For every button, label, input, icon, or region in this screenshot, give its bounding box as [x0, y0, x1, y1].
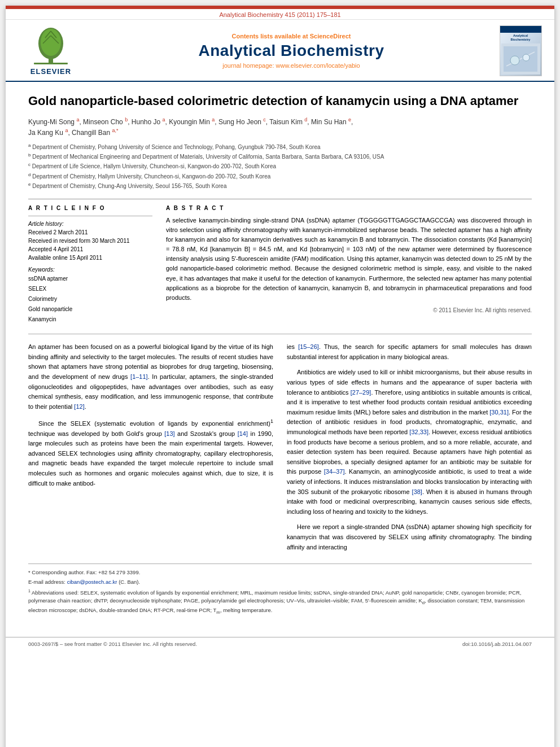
- keyword-4: Gold nanoparticle: [28, 304, 152, 314]
- journal-thumb: AnalyticalBiochemistry: [498, 25, 543, 76]
- thumb-header-bar: [500, 26, 541, 33]
- affiliations: a Department of Chemistry, Pohang Univer…: [28, 142, 532, 191]
- thumb-title-text: AnalyticalBiochemistry: [500, 33, 541, 42]
- abstract-column: A B S T R A C T A selective kanamycin-bi…: [166, 205, 532, 325]
- keyword-2: SELEX: [28, 284, 152, 294]
- footnote-corresponding: * Corresponding author. Fax: +82 54 279 …: [28, 569, 532, 576]
- affiliation-c: Department of Life Science, Hallym Unive…: [32, 164, 276, 170]
- keyword-3: Colorimetry: [28, 294, 152, 304]
- ref-27-29: [27–29]: [351, 389, 371, 396]
- received-revised-date: Received in revised form 30 March 2011: [28, 237, 152, 245]
- ref-15-26: [15–26]: [298, 343, 319, 350]
- article-info-column: A R T I C L E I N F O Article history: R…: [28, 205, 152, 325]
- body-para-4: Antibiotics are widely used to kill or i…: [287, 368, 532, 517]
- article-title: Gold nanoparticle-based colorimetric det…: [28, 93, 532, 110]
- history-label: Article history:: [28, 221, 152, 227]
- footnote-section: * Corresponding author. Fax: +82 54 279 …: [28, 563, 532, 615]
- affiliation-b: Department of Mechanical Engineering and…: [32, 154, 384, 160]
- affiliation-a: Department of Chemistry, Pohang Universi…: [32, 144, 320, 150]
- accepted-date: Accepted 4 April 2011: [28, 245, 152, 254]
- article-info-heading: A R T I C L E I N F O: [28, 205, 152, 211]
- body-two-columns: An aptamer has been focused on as a powe…: [28, 342, 532, 558]
- body-para-2: Since the SELEX (systematic evolution of…: [28, 417, 273, 488]
- body-left-column: An aptamer has been focused on as a powe…: [28, 342, 273, 558]
- journal-homepage: journal homepage: www.elsevier.com/locat…: [85, 62, 498, 69]
- info-abstract-section: A R T I C L E I N F O Article history: R…: [28, 199, 532, 325]
- email-link[interactable]: ciban@postech.ac.kr: [67, 579, 117, 585]
- elsevier-label: ELSEVIER: [30, 67, 71, 76]
- ref-38: [38]: [412, 488, 422, 495]
- keywords-list: ssDNA aptamer SELEX Colorimetry Gold nan…: [28, 274, 152, 325]
- abstract-text: A selective kanamycin-binding single-str…: [166, 216, 532, 302]
- elsevier-tree-icon: [28, 27, 73, 66]
- contents-label: Contents lists available at: [232, 33, 308, 40]
- footnote-abbreviations: 1 Abbreviations used: SELEX, systematic …: [28, 588, 532, 616]
- body-section: An aptamer has been focused on as a powe…: [28, 334, 532, 615]
- sciencedirect-link: Contents lists available at ScienceDirec…: [85, 33, 498, 40]
- homepage-label: journal homepage:: [222, 62, 275, 69]
- header-area: ELSEVIER Contents lists available at Sci…: [6, 20, 554, 82]
- affiliation-d: Department of Chemistry, Hallym Universi…: [32, 173, 270, 180]
- svg-point-10: [510, 56, 519, 65]
- ref-13: [13]: [164, 430, 174, 437]
- journal-header-center: Contents lists available at ScienceDirec…: [85, 33, 498, 69]
- received-date: Received 2 March 2011: [28, 228, 152, 237]
- copyright-line: © 2011 Elsevier Inc. All rights reserved…: [166, 307, 532, 313]
- ref-12: [12]: [74, 403, 84, 410]
- page: Analytical Biochemistry 415 (2011) 175–1…: [6, 6, 554, 747]
- journal-cover-thumb: AnalyticalBiochemistry: [500, 25, 542, 76]
- body-para-5: Here we report a single-stranded DNA (ss…: [287, 522, 532, 552]
- ref-34-37: [34–37]: [324, 468, 345, 475]
- svg-rect-7: [34, 63, 68, 64]
- ref-30-31: [30,31]: [489, 409, 509, 416]
- issn-text: 0003-2697/$ – see front matter © 2011 El…: [28, 641, 197, 647]
- authors-line: Kyung-Mi Song a, Minseon Cho b, Hunho Jo…: [28, 116, 532, 138]
- homepage-url[interactable]: www.elsevier.com/locate/yabio: [276, 62, 360, 69]
- affiliation-e: Department of Chemistry, Chung-Ang Unive…: [32, 183, 226, 189]
- citation-text: Analytical Biochemistry 415 (2011) 175–1…: [219, 11, 340, 18]
- bottom-banner: 0003-2697/$ – see front matter © 2011 El…: [6, 637, 554, 650]
- abstract-heading: A B S T R A C T: [166, 205, 532, 211]
- ref-32-33: [32,33]: [409, 429, 428, 435]
- ref-1-11: [1–11]: [130, 373, 148, 380]
- journal-title: Analytical Biochemistry: [85, 42, 498, 60]
- keyword-5: Kanamycin: [28, 314, 152, 325]
- body-para-3: ies [15–26]. Thus, the search for specif…: [287, 342, 532, 362]
- citation-bar: Analytical Biochemistry 415 (2011) 175–1…: [6, 9, 554, 20]
- body-right-column: ies [15–26]. Thus, the search for specif…: [287, 342, 532, 558]
- elsevier-logo: ELSEVIER: [17, 27, 85, 76]
- info-divider: [28, 216, 152, 216]
- cover-art-icon: [504, 46, 537, 72]
- sciencedirect-name[interactable]: ScienceDirect: [310, 33, 351, 40]
- ref-14: [14]: [238, 430, 248, 437]
- thumb-cover-image: [501, 43, 540, 75]
- keywords-label: Keywords:: [28, 267, 152, 273]
- svg-point-11: [523, 54, 530, 61]
- keyword-1: ssDNA aptamer: [28, 274, 152, 284]
- article-content: Gold nanoparticle-based colorimetric det…: [6, 82, 554, 629]
- doi-text: doi:10.1016/j.ab.2011.04.007: [462, 641, 532, 647]
- body-para-1: An aptamer has been focused on as a powe…: [28, 342, 273, 412]
- footnote-email: E-mail address: ciban@postech.ac.kr (C. …: [28, 578, 532, 586]
- available-date: Available online 15 April 2011: [28, 254, 152, 262]
